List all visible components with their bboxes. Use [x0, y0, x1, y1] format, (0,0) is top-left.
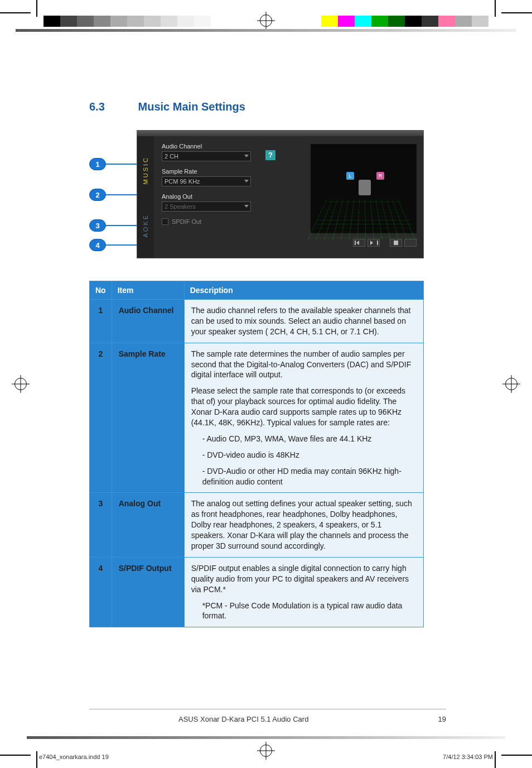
- section-heading: 6.3 Music Main Settings: [89, 100, 424, 113]
- crop-mark: [0, 12, 31, 13]
- print-colorbar: [43, 16, 211, 27]
- col-no: No: [90, 281, 112, 300]
- cell-no: 2: [90, 343, 112, 493]
- preview-player: [311, 238, 417, 248]
- registration-target-icon: [14, 378, 27, 390]
- speaker-room-preview: L R: [311, 144, 417, 233]
- cell-no: 3: [90, 493, 112, 557]
- analog-out-dropdown[interactable]: 2 Speakers: [162, 201, 251, 212]
- print-gray-gradient: [16, 29, 516, 32]
- extra-button[interactable]: [404, 239, 417, 247]
- crop-mark: [0, 755, 31, 756]
- callout-3: 3: [89, 219, 106, 232]
- print-timestamp: 7/4/12 3:34:03 PM: [443, 753, 493, 760]
- print-file: e7404_xonarkara.indd 19: [39, 753, 109, 760]
- crop-mark: [36, 751, 37, 768]
- col-item: Item: [112, 281, 184, 300]
- print-slug: e7404_xonarkara.indd 19 7/4/12 3:34:03 P…: [39, 753, 493, 760]
- crop-mark: [36, 0, 37, 17]
- room-grid: [308, 199, 420, 240]
- crop-mark: [495, 751, 496, 768]
- description-table: No Item Description 1 Audio Channel The …: [89, 281, 424, 627]
- crop-mark: [501, 12, 532, 13]
- music-settings-panel: MUSIC AOKE Audio Channel 2 CH ? Sample R…: [137, 130, 424, 258]
- callout-2: 2: [89, 189, 106, 201]
- sample-rate-dropdown[interactable]: PCM 96 KHz: [162, 176, 251, 186]
- callout-4: 4: [89, 239, 106, 251]
- table-row: 4 S/PDIF Output S/PDIF output enables a …: [90, 557, 424, 627]
- cell-desc: The sample rate determines the number of…: [184, 343, 423, 493]
- audio-channel-dropdown[interactable]: 2 CH: [162, 151, 251, 161]
- listener-icon: [359, 180, 371, 195]
- table-row: 2 Sample Rate The sample rate determines…: [90, 343, 424, 493]
- side-tabs: MUSIC AOKE: [137, 136, 154, 258]
- footer-page-number: 19: [438, 715, 446, 723]
- cell-no: 1: [90, 300, 112, 343]
- page-content: 6.3 Music Main Settings 1 2 3 4 MUSIC AO…: [89, 100, 424, 627]
- screenshot-figure: 1 2 3 4 MUSIC AOKE Audio Channel 2 CH ?: [89, 130, 424, 264]
- side-tab-aoke[interactable]: AOKE: [142, 214, 149, 238]
- table-row: 3 Analog Out The analog out setting defi…: [90, 493, 424, 557]
- cell-item: Sample Rate: [112, 343, 184, 493]
- cell-item: Analog Out: [112, 493, 184, 557]
- next-button[interactable]: [367, 239, 380, 247]
- spdif-out-label: SPDIF Out: [172, 218, 201, 225]
- help-button[interactable]: ?: [265, 150, 275, 160]
- cell-no: 4: [90, 557, 112, 627]
- registration-target-icon: [260, 15, 272, 27]
- section-number: 6.3: [89, 100, 135, 113]
- cell-item: Audio Channel: [112, 300, 184, 343]
- table-row: 1 Audio Channel The audio channel refers…: [90, 300, 424, 343]
- callout-1: 1: [89, 158, 106, 170]
- registration-target-icon: [505, 378, 518, 390]
- crop-mark: [495, 0, 496, 17]
- footer-product: ASUS Xonar D-Kara PCI 5.1 Audio Card: [178, 715, 308, 723]
- print-colorbar: [321, 16, 489, 27]
- panel-titlebar: [137, 131, 423, 136]
- stop-button[interactable]: [390, 239, 402, 247]
- prev-button[interactable]: [353, 239, 365, 247]
- crop-mark: [501, 755, 532, 756]
- section-title: Music Main Settings: [138, 100, 245, 113]
- cell-desc: S/PDIF output enables a single digital c…: [184, 557, 423, 627]
- cell-desc: The analog out setting defines your actu…: [184, 493, 423, 557]
- speaker-right-icon: R: [376, 172, 384, 180]
- spdif-out-checkbox[interactable]: [162, 218, 168, 225]
- page-footer: ASUS Xonar D-Kara PCI 5.1 Audio Card 19: [89, 709, 446, 723]
- speaker-left-icon: L: [346, 172, 354, 180]
- print-gray-gradient: [27, 736, 505, 739]
- side-tab-music[interactable]: MUSIC: [142, 156, 149, 184]
- cell-desc: The audio channel refers to the availabl…: [184, 300, 423, 343]
- col-desc: Description: [184, 281, 423, 300]
- cell-item: S/PDIF Output: [112, 557, 184, 627]
